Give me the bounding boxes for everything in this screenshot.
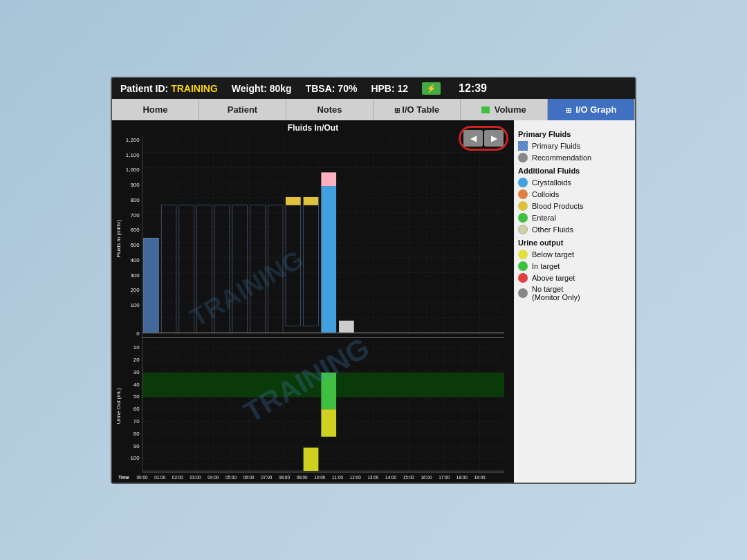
above-target-swatch bbox=[518, 273, 528, 283]
svg-text:30: 30 bbox=[133, 368, 140, 375]
tab-io-graph[interactable]: ⊞ I/O Graph bbox=[548, 99, 635, 120]
svg-text:01:00: 01:00 bbox=[154, 474, 165, 479]
svg-text:Fluids In (ml/hr): Fluids In (ml/hr) bbox=[116, 219, 122, 257]
legend-panel: Primary Fluids Primary Fluids Recommenda… bbox=[514, 120, 635, 483]
svg-text:80: 80 bbox=[133, 430, 140, 436]
svg-text:00:00: 00:00 bbox=[136, 474, 147, 479]
urine-output-section-title: Urine output bbox=[518, 239, 631, 247]
crystalloids-swatch bbox=[518, 178, 528, 187]
weight-display: Weight: 80kg bbox=[232, 83, 292, 94]
svg-text:18:00: 18:00 bbox=[456, 474, 468, 479]
svg-text:1,000: 1,000 bbox=[126, 167, 140, 173]
svg-rect-43 bbox=[304, 196, 319, 205]
legend-item-blood-products: Blood Products bbox=[518, 201, 631, 211]
legend-item-crystalloids: Crystalloids bbox=[518, 178, 631, 187]
svg-text:1,200: 1,200 bbox=[126, 136, 140, 142]
svg-text:70: 70 bbox=[133, 418, 140, 424]
tab-notes[interactable]: Notes bbox=[286, 99, 374, 120]
nav-scroll-buttons: ◀ ▶ bbox=[459, 126, 508, 151]
other-fluids-swatch bbox=[518, 225, 528, 234]
svg-text:15:00: 15:00 bbox=[403, 474, 414, 479]
svg-text:300: 300 bbox=[130, 272, 140, 278]
tab-io-table[interactable]: ⊞ I/O Table bbox=[374, 99, 461, 120]
legend-item-above-target: Above target bbox=[518, 273, 631, 283]
blood-products-swatch bbox=[518, 201, 528, 211]
primary-fluids-section-title: Primary Fluids bbox=[518, 130, 631, 138]
svg-rect-44 bbox=[321, 186, 336, 333]
app-container: Patient ID: TRAINING Weight: 80kg TBSA: … bbox=[111, 77, 636, 484]
svg-text:1,100: 1,100 bbox=[126, 151, 140, 158]
svg-text:20: 20 bbox=[133, 357, 140, 363]
svg-text:07:00: 07:00 bbox=[261, 474, 272, 479]
chart-svg: 1,200 1,100 1,000 900 800 700 600 500 40… bbox=[115, 134, 511, 480]
in-target-swatch bbox=[518, 261, 528, 271]
svg-text:12:00: 12:00 bbox=[350, 474, 361, 479]
svg-rect-29 bbox=[143, 238, 158, 333]
svg-text:09:00: 09:00 bbox=[297, 474, 308, 479]
enteral-swatch bbox=[518, 213, 528, 223]
battery-icon: ⚡ bbox=[422, 82, 441, 95]
clock-display: 12:39 bbox=[459, 82, 487, 95]
legend-item-other-fluids: Other Fluids bbox=[518, 225, 631, 234]
scroll-right-button[interactable]: ▶ bbox=[484, 130, 504, 147]
primary-fluids-label: Primary Fluids bbox=[532, 142, 580, 150]
enteral-label: Enteral bbox=[532, 214, 556, 222]
svg-text:60: 60 bbox=[133, 406, 140, 412]
legend-item-no-target: No target(Monitor Only) bbox=[518, 285, 631, 301]
tab-patient[interactable]: Patient bbox=[199, 99, 286, 120]
patient-id-label: Patient ID: TRAINING bbox=[120, 83, 218, 94]
legend-item-colloids: Colloids bbox=[518, 189, 631, 199]
svg-text:900: 900 bbox=[130, 182, 140, 188]
svg-text:19:00: 19:00 bbox=[474, 474, 486, 479]
hpb-display: HPB: 12 bbox=[371, 83, 408, 94]
svg-text:Time: Time bbox=[118, 474, 129, 479]
svg-text:200: 200 bbox=[130, 287, 140, 293]
legend-item-in-target: In target bbox=[518, 261, 631, 271]
blood-products-label: Blood Products bbox=[532, 202, 584, 210]
nav-tabs: Home Patient Notes ⊞ I/O Table Volume ⊞ … bbox=[112, 99, 635, 120]
svg-text:13:00: 13:00 bbox=[367, 474, 378, 479]
volume-icon bbox=[481, 106, 490, 113]
tbsa-display: TBSA: 70% bbox=[306, 83, 358, 94]
svg-rect-46 bbox=[339, 320, 354, 333]
svg-rect-72 bbox=[321, 409, 336, 437]
svg-text:02:00: 02:00 bbox=[172, 474, 183, 479]
patient-id-value: TRAINING bbox=[171, 83, 218, 94]
chart-area: Fluids In/Out ◀ ▶ bbox=[112, 120, 514, 483]
legend-item-primary-fluids: Primary Fluids bbox=[518, 141, 631, 151]
below-target-label: Below target bbox=[532, 250, 574, 259]
tab-volume[interactable]: Volume bbox=[461, 99, 548, 120]
primary-fluids-swatch bbox=[518, 141, 528, 151]
svg-text:16:00: 16:00 bbox=[421, 474, 432, 479]
svg-text:11:00: 11:00 bbox=[332, 474, 343, 479]
svg-text:08:00: 08:00 bbox=[279, 474, 290, 479]
svg-text:05:00: 05:00 bbox=[225, 474, 237, 479]
svg-text:100: 100 bbox=[130, 455, 140, 461]
svg-text:800: 800 bbox=[130, 196, 140, 203]
svg-text:Urine Out (mL): Urine Out (mL) bbox=[116, 387, 122, 424]
crystalloids-label: Crystalloids bbox=[532, 178, 571, 187]
other-fluids-label: Other Fluids bbox=[532, 225, 573, 234]
svg-text:100: 100 bbox=[130, 302, 140, 308]
patient-id-label-text: Patient ID: bbox=[120, 83, 168, 94]
scroll-left-button[interactable]: ◀ bbox=[463, 130, 483, 147]
svg-text:500: 500 bbox=[130, 242, 140, 248]
above-target-label: Above target bbox=[532, 274, 575, 282]
main-content: Fluids In/Out ◀ ▶ bbox=[112, 120, 635, 483]
legend-item-enteral: Enteral bbox=[518, 213, 631, 223]
svg-text:04:00: 04:00 bbox=[208, 474, 219, 479]
colloids-label: Colloids bbox=[532, 190, 559, 198]
io-graph-icon: ⊞ bbox=[566, 106, 571, 114]
additional-fluids-section-title: Additional Fluids bbox=[518, 167, 631, 175]
svg-text:0: 0 bbox=[136, 330, 140, 337]
svg-text:600: 600 bbox=[130, 227, 140, 233]
no-target-label: No target(Monitor Only) bbox=[532, 285, 580, 301]
svg-text:400: 400 bbox=[130, 256, 140, 263]
svg-text:90: 90 bbox=[133, 442, 140, 449]
recommendation-swatch bbox=[518, 153, 528, 162]
svg-text:03:00: 03:00 bbox=[190, 474, 201, 479]
svg-rect-41 bbox=[286, 196, 301, 205]
svg-text:17:00: 17:00 bbox=[439, 474, 450, 479]
tab-home[interactable]: Home bbox=[112, 99, 199, 120]
in-target-label: In target bbox=[532, 262, 560, 270]
